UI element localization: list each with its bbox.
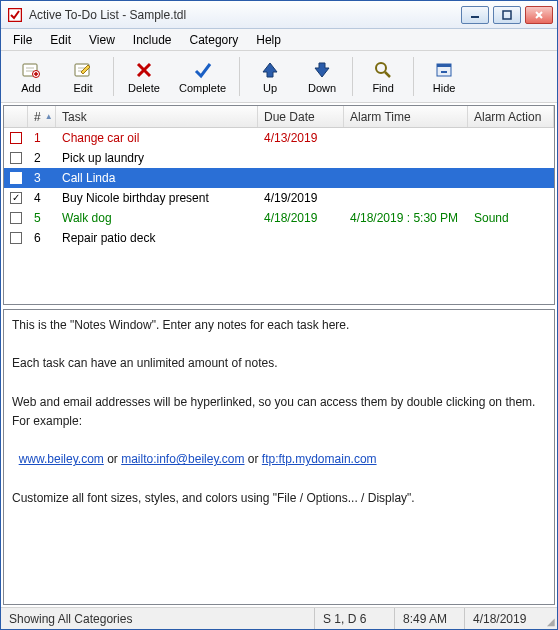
notes-text: This is the "Notes Window". Enter any no… bbox=[12, 316, 546, 335]
cell-due: 4/18/2019 bbox=[258, 209, 344, 227]
col-header-check[interactable] bbox=[4, 106, 28, 127]
hide-icon bbox=[434, 60, 454, 80]
column-header-row: #▲ Task Due Date Alarm Time Alarm Action bbox=[4, 106, 554, 128]
minimize-button[interactable] bbox=[461, 6, 489, 24]
complete-icon bbox=[193, 60, 213, 80]
status-date: 4/18/2019 bbox=[465, 608, 541, 629]
cell-action bbox=[468, 136, 554, 140]
complete-button[interactable]: Complete bbox=[170, 53, 235, 100]
checkbox-cell bbox=[4, 172, 28, 184]
titlebar[interactable]: Active To-Do List - Sample.tdl bbox=[1, 1, 557, 29]
toolbar-label: Complete bbox=[179, 82, 226, 94]
window-controls bbox=[461, 6, 553, 24]
task-list: #▲ Task Due Date Alarm Time Alarm Action… bbox=[3, 105, 555, 305]
notes-text: Customize all font sizes, styles, and co… bbox=[12, 489, 546, 508]
toolbar-label: Add bbox=[21, 82, 41, 94]
toolbar-separator bbox=[352, 57, 353, 96]
notes-pane[interactable]: This is the "Notes Window". Enter any no… bbox=[3, 309, 555, 605]
cell-action bbox=[468, 196, 554, 200]
delete-button[interactable]: Delete bbox=[118, 53, 170, 100]
cell-number: 1 bbox=[28, 129, 56, 147]
cell-action: Sound bbox=[468, 209, 554, 227]
toolbar-label: Up bbox=[263, 82, 277, 94]
checkbox-cell bbox=[4, 212, 28, 224]
app-icon bbox=[7, 7, 23, 23]
add-button[interactable]: Add bbox=[5, 53, 57, 100]
sort-asc-icon: ▲ bbox=[45, 112, 53, 121]
table-row[interactable]: 5Walk dog4/18/20194/18/2019 : 5:30 PMSou… bbox=[4, 208, 554, 228]
notes-text: Web and email addresses will be hyperlin… bbox=[12, 393, 546, 431]
status-category: Showing All Categories bbox=[1, 608, 315, 629]
task-checkbox[interactable] bbox=[10, 212, 22, 224]
table-row[interactable]: 3Call Linda bbox=[4, 168, 554, 188]
down-icon bbox=[312, 60, 332, 80]
table-row[interactable]: 2Pick up laundry bbox=[4, 148, 554, 168]
cell-due bbox=[258, 156, 344, 160]
resize-grip-icon[interactable]: ◢ bbox=[541, 608, 557, 629]
cell-due: 4/13/2019 bbox=[258, 129, 344, 147]
menu-include[interactable]: Include bbox=[125, 31, 180, 49]
table-row[interactable]: 6Repair patio deck bbox=[4, 228, 554, 248]
cell-due bbox=[258, 176, 344, 180]
notes-links: www.beiley.com or mailto:info@beiley.com… bbox=[12, 450, 546, 469]
content-area: #▲ Task Due Date Alarm Time Alarm Action… bbox=[1, 103, 557, 607]
toolbar: AddEditDeleteCompleteUpDownFindHide bbox=[1, 51, 557, 103]
toolbar-label: Down bbox=[308, 82, 336, 94]
checkbox-cell bbox=[4, 132, 28, 144]
menubar: FileEditViewIncludeCategoryHelp bbox=[1, 29, 557, 51]
notes-link[interactable]: www.beiley.com bbox=[19, 452, 104, 466]
hide-button[interactable]: Hide bbox=[418, 53, 470, 100]
checkbox-cell: ✓ bbox=[4, 192, 28, 204]
col-header-alarm[interactable]: Alarm Time bbox=[344, 106, 468, 127]
cell-alarm bbox=[344, 196, 468, 200]
table-row[interactable]: 1Change car oil4/13/2019 bbox=[4, 128, 554, 148]
task-checkbox[interactable] bbox=[10, 172, 22, 184]
toolbar-label: Hide bbox=[433, 82, 456, 94]
task-rows: 1Change car oil4/13/20192Pick up laundry… bbox=[4, 128, 554, 304]
up-button[interactable]: Up bbox=[244, 53, 296, 100]
notes-link[interactable]: mailto:info@beiley.com bbox=[121, 452, 244, 466]
menu-file[interactable]: File bbox=[5, 31, 40, 49]
task-checkbox[interactable]: ✓ bbox=[10, 192, 22, 204]
delete-icon bbox=[134, 60, 154, 80]
col-header-number[interactable]: #▲ bbox=[28, 106, 56, 127]
table-row[interactable]: ✓4Buy Nicole birthday present4/19/2019 bbox=[4, 188, 554, 208]
cell-task: Pick up laundry bbox=[56, 149, 258, 167]
svg-point-16 bbox=[376, 63, 386, 73]
cell-task: Walk dog bbox=[56, 209, 258, 227]
cell-task: Repair patio deck bbox=[56, 229, 258, 247]
cell-number: 3 bbox=[28, 169, 56, 187]
task-checkbox[interactable] bbox=[10, 132, 22, 144]
cell-task: Call Linda bbox=[56, 169, 258, 187]
checkbox-cell bbox=[4, 232, 28, 244]
cell-action bbox=[468, 236, 554, 240]
task-checkbox[interactable] bbox=[10, 232, 22, 244]
toolbar-label: Find bbox=[372, 82, 393, 94]
svg-line-17 bbox=[385, 72, 390, 77]
cell-number: 6 bbox=[28, 229, 56, 247]
svg-rect-19 bbox=[437, 64, 451, 67]
menu-view[interactable]: View bbox=[81, 31, 123, 49]
down-button[interactable]: Down bbox=[296, 53, 348, 100]
notes-text: Each task can have an unlimited amount o… bbox=[12, 354, 546, 373]
close-button[interactable] bbox=[525, 6, 553, 24]
toolbar-label: Edit bbox=[74, 82, 93, 94]
col-header-due[interactable]: Due Date bbox=[258, 106, 344, 127]
cell-number: 4 bbox=[28, 189, 56, 207]
cell-alarm: 4/18/2019 : 5:30 PM bbox=[344, 209, 468, 227]
find-button[interactable]: Find bbox=[357, 53, 409, 100]
edit-button[interactable]: Edit bbox=[57, 53, 109, 100]
task-checkbox[interactable] bbox=[10, 152, 22, 164]
col-header-task[interactable]: Task bbox=[56, 106, 258, 127]
col-header-action[interactable]: Alarm Action bbox=[468, 106, 554, 127]
menu-help[interactable]: Help bbox=[248, 31, 289, 49]
checkbox-cell bbox=[4, 152, 28, 164]
menu-edit[interactable]: Edit bbox=[42, 31, 79, 49]
menu-category[interactable]: Category bbox=[182, 31, 247, 49]
maximize-button[interactable] bbox=[493, 6, 521, 24]
toolbar-separator bbox=[239, 57, 240, 96]
edit-icon bbox=[73, 60, 93, 80]
find-icon bbox=[373, 60, 393, 80]
up-icon bbox=[260, 60, 280, 80]
notes-link[interactable]: ftp:ftp.mydomain.com bbox=[262, 452, 377, 466]
